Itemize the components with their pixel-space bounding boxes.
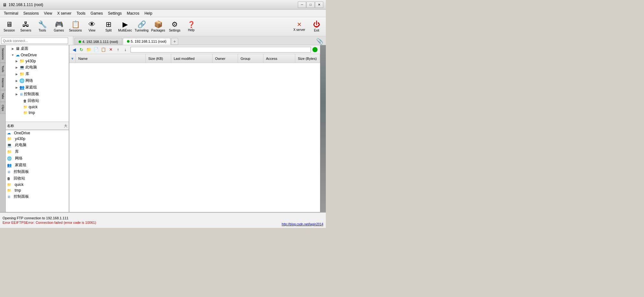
title-text: 192.168.1.111 (root) [9,3,298,7]
new-file-btn[interactable]: 📄 [93,46,100,53]
toolbar-multiexec-btn[interactable]: ▶ MultiExec [117,18,133,35]
toolbar-view-btn[interactable]: 👁 View [84,18,100,35]
col-header-group[interactable]: Group [238,54,263,63]
tree-item-thispc[interactable]: ▶ 💻 此电脑 [6,64,69,71]
title-icon: 🖥 [3,2,7,7]
copy-btn[interactable]: 📋 [100,46,107,53]
status-line2: Error EEIFTPSError: Connection failed (e… [3,221,323,224]
btree-homegroup[interactable]: 👥 家庭组 [6,162,69,168]
toolbar-servers-btn[interactable]: 🖧 Servers [18,18,34,35]
btree-thispc[interactable]: 💻 此电脑 [6,142,69,148]
col-header-name[interactable]: Name [76,54,146,63]
desktop-icon: 🖥 [16,46,20,51]
tree-item-controlpanel[interactable]: ▶ 🖥 控制面板 [6,91,69,97]
tree-item-quick[interactable]: 📁 quick [6,104,69,110]
close-button[interactable]: ✕ [315,2,323,8]
btree-thispc-label: 此电脑 [15,142,26,148]
tab-add-button[interactable]: + [171,38,178,45]
menu-view[interactable]: View [41,11,55,16]
btree-onedrive[interactable]: ☁ OneDrive [6,130,69,136]
tab-5[interactable]: 5. 192.168.1.111 (root) [123,38,171,45]
btree-recycle[interactable]: 🗑 回收站 [6,175,69,182]
toolbar-split-btn[interactable]: ⊞ Split [101,18,116,35]
menu-help[interactable]: Help [142,11,155,16]
path-input[interactable] [130,47,311,53]
side-tabs: Sessions Tools Macros Tabs Clips › [0,45,6,218]
btree-controlpanel-icon: 🖥 [7,170,10,174]
side-tab-macros[interactable]: Macros [0,75,6,90]
side-tab-clips[interactable]: Clips [0,102,6,114]
btree-network[interactable]: 🌐 网络 [6,155,69,162]
col-header-size-kb[interactable]: Size (KB) [146,54,171,63]
split-icon: ⊞ [106,21,111,28]
nav-back-btn[interactable]: ◀ [71,46,78,53]
btree-homegroup-label: 家庭组 [15,162,26,168]
menu-games[interactable]: Games [88,11,106,16]
maximize-button[interactable]: □ [306,2,315,8]
tree-item-y430p[interactable]: ▶ 📁 y430p [6,58,69,64]
toolbar-sessions-btn[interactable]: 📋 Sessions [67,18,83,35]
tree-item-tmp[interactable]: 📁 tmp [6,110,69,116]
toolbar-packages-btn[interactable]: 📦 Packages [150,18,166,35]
download-btn[interactable]: ↓ [122,46,129,53]
toolbar-help-btn[interactable]: ❓ Help [183,18,199,35]
col-header-access[interactable]: Access [263,54,295,63]
btree-recycle-icon: 🗑 [7,177,10,180]
btree-y430p[interactable]: 📁 y430p [6,136,69,142]
menu-tools[interactable]: Tools [74,11,88,16]
toolbar-tunneling-btn[interactable]: 🔗 Tunneling [134,18,150,35]
expand-onedrive-icon: ▼ [11,53,15,57]
open-folder-btn[interactable]: 📁 [85,46,92,53]
minimize-button[interactable]: ─ [298,2,306,8]
file-list-header: ▼ Name Size (KB) Last modified Owner Gro… [69,54,320,63]
local-file-tree: ▶ 🖥 桌面 ▼ ☁ OneDrive ▶ 📁 y430p ▶ 💻 此电脑 ▶ [6,45,69,122]
paperclip-icon[interactable]: 📎 [315,38,325,45]
network-icon: 🌐 [19,78,24,83]
upload-btn[interactable]: ↑ [115,46,122,53]
toolbar-session-btn[interactable]: 🖥 Session [1,18,17,35]
sessions-label: Sessions [69,29,82,32]
toolbar-settings-btn[interactable]: ⚙ Settings [167,18,183,35]
menu-terminal[interactable]: Terminal [1,11,21,16]
menu-macros[interactable]: Macros [124,11,142,16]
recycle-label: 回收站 [28,98,39,103]
side-tab-sessions[interactable]: Sessions [0,45,6,63]
btree-tmp[interactable]: 📁 tmp [6,187,69,193]
delete-btn[interactable]: ✕ [107,46,114,53]
btree-controlpanel2-icon: 🖥 [7,195,10,199]
menu-settings[interactable]: Settings [105,11,124,16]
tools-icon: 🔧 [38,21,47,28]
toolbar-tools-btn[interactable]: 🔧 Tools [34,18,50,35]
side-tab-tabs[interactable]: Tabs [0,90,6,102]
col-header-modified[interactable]: Last modified [171,54,213,63]
expand-label[interactable]: 大 [64,124,67,128]
tab-4[interactable]: 4. 192.168.1.111 (root) [74,38,122,45]
expand-y430p-icon: ▶ [15,59,18,63]
btree-y430p-label: y430p [15,137,25,141]
btree-quick[interactable]: 📁 quick [6,182,69,187]
toolbar-games-btn[interactable]: 🎮 Games [51,18,67,35]
side-tab-tools[interactable]: Tools [0,63,6,75]
menu-xserver[interactable]: X server [55,11,74,16]
col-header-size-bytes[interactable]: Size (Bytes) [295,54,320,63]
tree-item-recycle[interactable]: 🗑 回收站 [6,97,69,104]
settings-icon: ⚙ [172,21,178,28]
titlebar: 🖥 192.168.1.111 (root) ─ □ ✕ [0,0,326,10]
expand-library-icon: ▶ [15,72,18,76]
btree-controlpanel[interactable]: 🖥 控制面板 [6,168,69,175]
toolbar-xserver-btn[interactable]: ✕ X server [290,18,308,35]
tree-item-onedrive[interactable]: ▼ ☁ OneDrive [6,52,69,58]
toolbar-exit-btn[interactable]: ⏻ Exit [309,18,325,35]
tree-item-desktop[interactable]: ▶ 🖥 桌面 [6,45,69,52]
btree-library[interactable]: 📁 库 [6,148,69,155]
quickconnect-input[interactable] [1,38,68,44]
col-header-owner[interactable]: Owner [213,54,238,63]
btree-controlpanel2[interactable]: 🖥 控制面板 [6,193,69,200]
tree-item-library[interactable]: ▶ 📁 库 [6,71,69,77]
y430p-icon: 📁 [19,59,24,63]
tree-item-homegroup[interactable]: ▶ 👥 家庭组 [6,84,69,91]
tree-item-network[interactable]: ▶ 🌐 网络 [6,77,69,84]
tmp-icon: 📁 [23,111,28,115]
refresh-btn[interactable]: ↻ [78,46,85,53]
menu-sessions[interactable]: Sessions [21,11,41,16]
